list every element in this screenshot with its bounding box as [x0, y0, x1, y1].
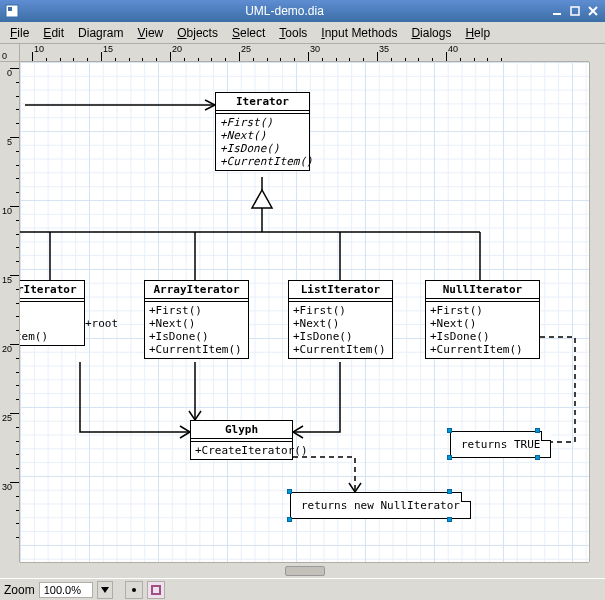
zoom-label: Zoom [4, 583, 35, 597]
menu-select[interactable]: Select [226, 24, 271, 42]
grid-dot-icon [128, 584, 140, 596]
ruler-horizontal[interactable]: 10152025303540 [20, 44, 589, 62]
selection-handle[interactable] [447, 517, 452, 522]
class-name: Glyph [191, 421, 292, 439]
class-glyph[interactable]: Glyph +CreateIterator() [190, 420, 293, 460]
class-name: rIterator [20, 281, 84, 299]
note-dogear-icon [461, 492, 471, 502]
class-ops: +First() +Next() +IsDone() +CurrentItem(… [289, 302, 392, 358]
menu-help[interactable]: Help [459, 24, 496, 42]
ruler-tick-label: 30 [2, 482, 12, 492]
svg-marker-7 [252, 190, 272, 208]
menu-input-methods[interactable]: Input Methods [315, 24, 403, 42]
ruler-tick-label: 15 [103, 44, 113, 54]
selection-handle[interactable] [447, 455, 452, 460]
ruler-tick-label: 35 [379, 44, 389, 54]
ruler-tick-label: 5 [7, 137, 12, 147]
ruler-tick-label: 40 [448, 44, 458, 54]
class-partial-iterator[interactable]: rIterator tem() [20, 280, 85, 346]
scrollbar-vertical[interactable] [589, 62, 605, 562]
snap-grid-button[interactable] [125, 581, 143, 599]
window-title: UML-demo.dia [20, 4, 549, 18]
ruler-tick-label: 15 [2, 275, 12, 285]
ruler-tick-label: 10 [34, 44, 44, 54]
class-list-iterator[interactable]: ListIterator +First() +Next() +IsDone() … [288, 280, 393, 359]
selection-handle[interactable] [287, 517, 292, 522]
svg-rect-3 [571, 7, 579, 15]
ruler-tick-label: 0 [7, 68, 12, 78]
class-iterator[interactable]: Iterator +First() +Next() +IsDone() +Cur… [215, 92, 310, 171]
svg-rect-17 [152, 586, 160, 594]
menu-file[interactable]: File [4, 24, 35, 42]
maximize-icon[interactable] [567, 3, 583, 19]
note-dogear-icon [541, 431, 551, 441]
selection-handle[interactable] [447, 428, 452, 433]
titlebar: UML-demo.dia [0, 0, 605, 22]
svg-rect-1 [8, 7, 12, 11]
ruler-vertical[interactable]: 051015202530 [0, 62, 20, 562]
class-ops: +First() +Next() +IsDone() +CurrentItem(… [145, 302, 248, 358]
selection-handle[interactable] [287, 489, 292, 494]
class-ops: +First() +Next() +IsDone() +CurrentItem(… [426, 302, 539, 358]
menu-view[interactable]: View [131, 24, 169, 42]
menubar: File Edit Diagram View Objects Select To… [0, 22, 605, 44]
object-snap-icon [150, 584, 162, 596]
class-name: ListIterator [289, 281, 392, 299]
ruler-tick-label: 25 [241, 44, 251, 54]
minimize-icon[interactable] [549, 3, 565, 19]
menu-tools[interactable]: Tools [273, 24, 313, 42]
statusbar: Zoom 100.0% [0, 578, 605, 600]
ruler-tick-label: 25 [2, 413, 12, 423]
class-array-iterator[interactable]: ArrayIterator +First() +Next() +IsDone()… [144, 280, 249, 359]
close-icon[interactable] [585, 3, 601, 19]
selection-handle[interactable] [447, 489, 452, 494]
class-ops: +CreateIterator() [191, 442, 292, 459]
snap-object-button[interactable] [147, 581, 165, 599]
class-ops: +First() +Next() +IsDone() +CurrentItem(… [216, 114, 309, 170]
zoom-input[interactable]: 100.0% [39, 582, 93, 598]
note-returns-true[interactable]: returns TRUE [450, 431, 551, 458]
menu-dialogs[interactable]: Dialogs [405, 24, 457, 42]
scrollbar-horizontal[interactable] [20, 562, 589, 578]
ruler-tick-label: 20 [172, 44, 182, 54]
note-text: returns new NullIterator [301, 499, 460, 512]
menu-objects[interactable]: Objects [171, 24, 224, 42]
menu-edit[interactable]: Edit [37, 24, 70, 42]
class-ops: tem() [20, 302, 84, 345]
selection-handle[interactable] [535, 455, 540, 460]
class-name: Iterator [216, 93, 309, 111]
zoom-dropdown[interactable] [97, 581, 113, 599]
menu-diagram[interactable]: Diagram [72, 24, 129, 42]
note-returns-null[interactable]: returns new NullIterator [290, 492, 471, 519]
ruler-tick-label: 20 [2, 344, 12, 354]
class-null-iterator[interactable]: NullIterator +First() +Next() +IsDone() … [425, 280, 540, 359]
scrollbar-thumb[interactable] [285, 566, 325, 576]
svg-point-16 [132, 588, 136, 592]
ruler-tick-label: 10 [2, 206, 12, 216]
class-name: NullIterator [426, 281, 539, 299]
app-icon [4, 3, 20, 19]
note-text: returns TRUE [461, 438, 540, 451]
ruler-tick-label: 30 [310, 44, 320, 54]
svg-marker-15 [101, 587, 109, 593]
assoc-root-label: +root [85, 317, 118, 330]
canvas[interactable]: Iterator +First() +Next() +IsDone() +Cur… [20, 62, 589, 562]
chevron-down-icon [101, 586, 109, 594]
workspace: 0 10152025303540 051015202530 [0, 44, 605, 578]
selection-handle[interactable] [535, 428, 540, 433]
class-name: ArrayIterator [145, 281, 248, 299]
ruler-origin: 0 [0, 44, 20, 62]
